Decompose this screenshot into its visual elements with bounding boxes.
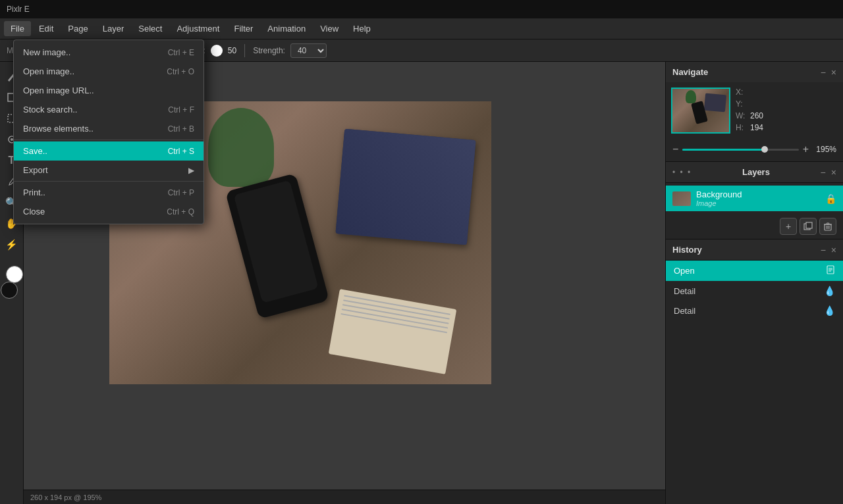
navigate-header: Navigate − × <box>666 62 843 82</box>
menu-animation[interactable]: Animation <box>261 21 312 36</box>
zoom-slider-fill <box>682 149 763 151</box>
menu-layer[interactable]: Layer <box>96 21 131 36</box>
history-item-detail-2[interactable]: Detail 💧 <box>666 301 843 320</box>
layer-info: Background Image <box>696 189 820 207</box>
right-panel: Navigate − × X: Y: <box>665 62 843 504</box>
layer-item-background[interactable]: Background Image 🔒 <box>666 186 843 211</box>
history-item-open[interactable]: Open <box>666 261 843 281</box>
menu-select[interactable]: Select <box>132 21 169 36</box>
h-value: 194 <box>750 123 763 132</box>
color-swatches <box>3 262 20 299</box>
stock-search-label: Stock search.. <box>23 105 77 114</box>
browse-elements-label: Browse elements.. <box>23 124 94 134</box>
coord-x: X: <box>736 88 838 97</box>
app-title: Pixlr E <box>7 5 30 14</box>
y-label: Y: <box>736 99 746 109</box>
add-layer-btn[interactable]: + <box>780 218 797 235</box>
menu-close[interactable]: Close Ctrl + Q <box>14 202 204 221</box>
duplicate-layer-btn[interactable] <box>800 218 817 235</box>
layer-thumbnail <box>672 191 691 206</box>
nav-thumbnail <box>671 88 730 134</box>
w-label: W: <box>736 111 746 120</box>
menu-filter[interactable]: Filter <box>227 21 259 36</box>
zoom-slider[interactable] <box>682 149 798 151</box>
menu-new-image[interactable]: New image.. Ctrl + E <box>14 43 204 62</box>
menu-divider-2 <box>14 181 204 182</box>
layers-title: Layers <box>742 167 770 177</box>
save-shortcut: Ctrl + S <box>168 147 194 156</box>
svg-rect-9 <box>827 223 829 224</box>
navigate-content: X: Y: W: 260 H: 194 <box>666 82 843 140</box>
status-bar: 260 x 194 px @ 195% <box>24 490 665 504</box>
menu-file[interactable]: File <box>4 21 31 36</box>
layer-name: Background <box>696 189 820 199</box>
navigate-section: Navigate − × X: Y: <box>666 62 843 162</box>
navigate-minimize[interactable]: − <box>821 68 826 77</box>
layer-lock-icon[interactable]: 🔒 <box>825 193 836 204</box>
strength-select[interactable]: 40 20 60 80 100 <box>290 43 327 58</box>
menu-open-image[interactable]: Open image.. Ctrl + O <box>14 62 204 81</box>
open-image-shortcut: Ctrl + O <box>167 67 194 76</box>
layers-minimize[interactable]: − <box>821 168 826 177</box>
history-item-detail-1[interactable]: Detail 💧 <box>666 281 843 301</box>
w-value: 260 <box>750 111 763 120</box>
stock-search-shortcut: Ctrl + F <box>168 105 194 114</box>
navigate-close[interactable]: × <box>831 68 836 77</box>
h-label: H: <box>736 123 746 132</box>
menu-bar: File Edit Page Layer Select Adjustment F… <box>0 18 843 39</box>
brush-circle <box>211 45 223 57</box>
strength-label: Strength: <box>253 46 285 55</box>
layers-dots: • • • <box>672 168 692 177</box>
layers-header: • • • Layers − × <box>666 162 843 183</box>
background-color[interactable] <box>1 282 18 299</box>
zoom-slider-thumb <box>761 146 768 153</box>
photo-notebook <box>329 289 457 374</box>
zoom-value: 195% <box>813 145 836 154</box>
zoom-out-btn[interactable]: − <box>672 144 678 155</box>
layers-close[interactable]: × <box>831 168 836 177</box>
close-label: Close <box>23 207 45 216</box>
menu-export[interactable]: Export ▶ <box>14 161 204 180</box>
history-open-icon <box>826 265 835 276</box>
svg-point-4 <box>11 138 13 141</box>
x-label: X: <box>736 88 746 97</box>
status-text: 260 x 194 px @ 195% <box>30 493 101 501</box>
history-detail2-icon: 💧 <box>824 305 835 316</box>
history-controls: − × <box>821 245 836 255</box>
open-url-label: Open image URL.. <box>23 86 94 95</box>
new-image-label: New image.. <box>23 47 70 57</box>
menu-adjustment[interactable]: Adjustment <box>170 21 226 36</box>
menu-help[interactable]: Help <box>346 21 377 36</box>
coord-y: Y: <box>736 99 838 109</box>
history-open-label: Open <box>674 266 695 276</box>
menu-print[interactable]: Print.. Ctrl + P <box>14 183 204 202</box>
delete-layer-btn[interactable] <box>819 218 836 235</box>
menu-view[interactable]: View <box>313 21 345 36</box>
new-image-shortcut: Ctrl + E <box>168 48 194 57</box>
svg-rect-6 <box>806 222 812 228</box>
menu-browse-elements[interactable]: Browse elements.. Ctrl + B <box>14 119 204 138</box>
nav-coords: X: Y: W: 260 H: 194 <box>736 88 838 135</box>
photo-laptop <box>335 129 476 245</box>
layer-type: Image <box>696 199 820 207</box>
menu-edit[interactable]: Edit <box>32 21 60 36</box>
zoom-in-btn[interactable]: + <box>803 144 809 155</box>
history-list: Open Detail 💧 Detail <box>666 261 843 320</box>
brush-size: 50 <box>228 46 236 55</box>
tool-lightning[interactable]: ⚡ <box>3 236 21 254</box>
save-label: Save.. <box>23 146 47 156</box>
zoom-control: − + 195% <box>666 140 843 161</box>
title-bar: Pixlr E <box>0 0 843 18</box>
menu-save[interactable]: Save.. Ctrl + S <box>14 141 204 161</box>
history-section: History − × Open <box>666 239 843 504</box>
history-header: History − × <box>666 239 843 261</box>
menu-open-url[interactable]: Open image URL.. <box>14 81 204 100</box>
history-minimize[interactable]: − <box>821 245 826 255</box>
history-title: History <box>672 245 702 255</box>
menu-stock-search[interactable]: Stock search.. Ctrl + F <box>14 100 204 119</box>
menu-page[interactable]: Page <box>61 21 94 36</box>
history-close[interactable]: × <box>831 245 836 255</box>
layers-section: • • • Layers − × Background Image 🔒 <box>666 162 843 239</box>
layers-list: Background Image 🔒 <box>666 183 843 214</box>
foreground-color[interactable] <box>6 266 23 283</box>
